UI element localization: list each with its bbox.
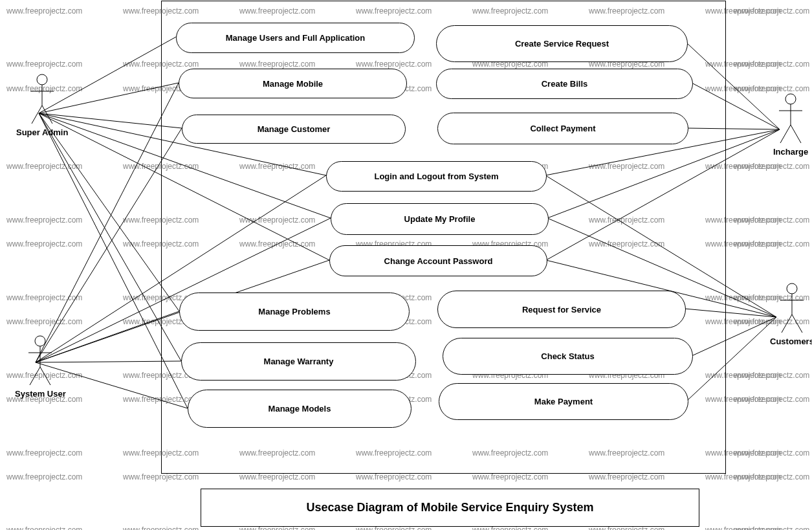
watermark-text: www.freeprojectz.com <box>589 472 664 481</box>
actor-system-user: System User <box>15 335 66 399</box>
usecase-request-service: Request for Service <box>437 291 686 328</box>
svg-line-43 <box>791 125 801 143</box>
usecase-label: Request for Service <box>522 305 601 315</box>
usecase-create-bills: Create Bills <box>436 69 693 99</box>
usecase-label: Manage Models <box>269 404 331 414</box>
actor-incharge: Incharge <box>773 93 808 157</box>
diagram-title-text: Usecase Diagram of Mobile Service Enquir… <box>306 501 593 514</box>
usecase-label: Manage Problems <box>258 307 330 316</box>
watermark-text: www.freeprojectz.com <box>734 162 809 171</box>
usecase-manage-problems: Manage Problems <box>179 293 410 331</box>
usecase-manage-users: Manage Users and Full Application <box>176 23 415 53</box>
svg-point-39 <box>785 94 796 104</box>
stickfigure-icon <box>778 282 806 334</box>
svg-line-37 <box>30 367 40 385</box>
usecase-login-logout: Login and Logout from System <box>326 161 547 192</box>
usecase-label: Change Account Password <box>384 256 493 266</box>
watermark-text: www.freeprojectz.com <box>123 525 199 530</box>
watermark-text: www.freeprojectz.com <box>239 472 315 481</box>
usecase-create-service-request: Create Service Request <box>436 25 688 62</box>
svg-line-38 <box>40 367 50 385</box>
usecase-manage-warranty: Manage Warranty <box>181 342 416 381</box>
watermark-text: www.freeprojectz.com <box>734 84 809 93</box>
usecase-label: Collect Payment <box>530 124 595 133</box>
watermark-text: www.freeprojectz.com <box>734 215 809 225</box>
watermark-text: www.freeprojectz.com <box>6 472 82 481</box>
watermark-text: www.freeprojectz.com <box>734 239 809 248</box>
diagram-title: Usecase Diagram of Mobile Service Enquir… <box>201 489 699 527</box>
watermark-text: www.freeprojectz.com <box>6 6 82 16</box>
watermark-text: www.freeprojectz.com <box>734 525 809 530</box>
usecase-update-profile: Update My Profile <box>331 203 549 235</box>
actor-label: System User <box>15 389 66 399</box>
stickfigure-icon <box>26 335 54 386</box>
watermark-text: www.freeprojectz.com <box>6 317 82 326</box>
usecase-check-status: Check Status <box>443 338 693 375</box>
stickfigure-icon <box>28 73 56 125</box>
svg-line-10 <box>36 128 182 362</box>
usecase-label: Update My Profile <box>404 214 476 224</box>
usecase-label: Manage Warranty <box>264 357 334 366</box>
svg-line-32 <box>32 105 42 124</box>
watermark-text: www.freeprojectz.com <box>705 472 781 481</box>
watermark-text: www.freeprojectz.com <box>6 239 82 248</box>
usecase-label: Manage Customer <box>258 124 331 134</box>
watermark-text: www.freeprojectz.com <box>734 395 809 404</box>
usecase-manage-mobile: Manage Mobile <box>179 69 407 98</box>
svg-line-7 <box>39 113 181 361</box>
watermark-text: www.freeprojectz.com <box>734 6 809 16</box>
svg-line-6 <box>39 113 179 311</box>
watermark-text: www.freeprojectz.com <box>6 215 82 225</box>
usecase-make-payment: Make Payment <box>439 383 688 420</box>
watermark-text: www.freeprojectz.com <box>734 60 809 69</box>
watermark-text: www.freeprojectz.com <box>734 472 809 481</box>
watermark-text: www.freeprojectz.com <box>6 60 82 69</box>
usecase-label: Create Bills <box>542 79 588 89</box>
actor-super-admin: Super Admin <box>16 73 68 137</box>
usecase-collect-payment: Collect Payment <box>437 113 688 144</box>
usecase-label: Manage Mobile <box>263 79 323 89</box>
watermark-text: www.freeprojectz.com <box>6 448 82 458</box>
watermark-text: www.freeprojectz.com <box>356 472 432 481</box>
stickfigure-icon <box>776 93 805 144</box>
watermark-text: www.freeprojectz.com <box>6 293 82 302</box>
actor-label: Customers <box>770 337 812 346</box>
usecase-label: Check Status <box>541 351 594 361</box>
actor-label: Incharge <box>773 147 808 157</box>
usecase-manage-customer: Manage Customer <box>182 115 406 144</box>
svg-line-42 <box>780 125 791 143</box>
actor-customers: Customers <box>770 282 812 346</box>
watermark-text: www.freeprojectz.com <box>734 371 809 380</box>
svg-point-44 <box>787 283 797 294</box>
watermark-text: www.freeprojectz.com <box>734 448 809 458</box>
watermark-text: www.freeprojectz.com <box>6 525 82 530</box>
usecase-manage-models: Manage Models <box>188 390 411 428</box>
watermark-text: www.freeprojectz.com <box>123 472 199 481</box>
usecase-label: Make Payment <box>534 397 593 406</box>
watermark-text: www.freeprojectz.com <box>472 472 548 481</box>
usecase-label: Manage Users and Full Application <box>226 33 366 43</box>
watermark-text: www.freeprojectz.com <box>6 162 82 171</box>
watermark-text: www.freeprojectz.com <box>705 525 781 530</box>
svg-line-47 <box>782 315 792 333</box>
svg-line-48 <box>792 315 802 333</box>
usecase-label: Create Service Request <box>515 39 609 49</box>
svg-point-34 <box>35 336 45 346</box>
usecase-label: Login and Logout from System <box>374 171 498 181</box>
svg-line-33 <box>42 105 52 124</box>
svg-point-29 <box>37 74 47 85</box>
usecase-change-password: Change Account Password <box>329 245 547 276</box>
actor-label: Super Admin <box>16 127 68 137</box>
